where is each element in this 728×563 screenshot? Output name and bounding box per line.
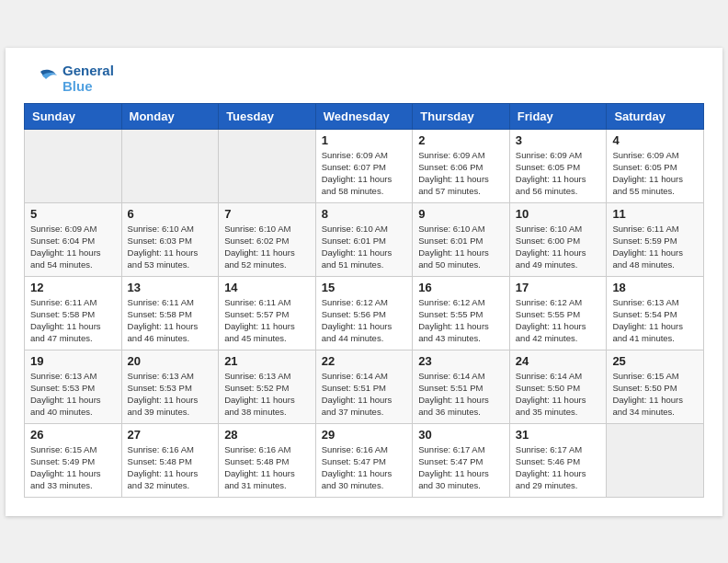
day-number: 5 [30,207,116,221]
calendar-cell: 9Sunrise: 6:10 AM Sunset: 6:01 PM Daylig… [413,202,510,276]
weekday-saturday: Saturday [607,103,704,129]
week-row-4: 19Sunrise: 6:13 AM Sunset: 5:53 PM Dayli… [25,350,704,423]
day-number: 13 [128,281,213,294]
day-number: 4 [612,133,698,147]
calendar-table: SundayMondayTuesdayWednesdayThursdayFrid… [24,103,704,498]
weekday-thursday: Thursday [413,103,510,129]
calendar-cell: 29Sunrise: 6:16 AM Sunset: 5:47 PM Dayli… [315,423,413,497]
calendar-cell [607,423,704,497]
day-number: 26 [30,428,116,442]
day-info: Sunrise: 6:10 AM Sunset: 6:01 PM Dayligh… [418,223,504,271]
day-number: 15 [322,281,407,294]
calendar-cell: 6Sunrise: 6:10 AM Sunset: 6:03 PM Daylig… [121,202,219,276]
day-number: 19 [30,354,116,368]
calendar-cell: 1Sunrise: 6:09 AM Sunset: 6:07 PM Daylig… [315,129,413,202]
day-number: 16 [418,281,504,294]
calendar-cell: 4Sunrise: 6:09 AM Sunset: 6:05 PM Daylig… [607,129,704,202]
day-number: 7 [224,207,310,221]
calendar-cell [219,129,316,202]
day-number: 21 [224,354,310,368]
day-info: Sunrise: 6:12 AM Sunset: 5:55 PM Dayligh… [516,296,601,345]
calendar-cell: 22Sunrise: 6:14 AM Sunset: 5:51 PM Dayli… [315,350,413,423]
day-number: 9 [418,207,504,221]
calendar-cell: 7Sunrise: 6:10 AM Sunset: 6:02 PM Daylig… [219,202,316,276]
calendar-cell: 23Sunrise: 6:14 AM Sunset: 5:51 PM Dayli… [413,350,510,423]
day-info: Sunrise: 6:13 AM Sunset: 5:52 PM Dayligh… [224,370,310,419]
calendar-cell: 25Sunrise: 6:15 AM Sunset: 5:50 PM Dayli… [607,350,704,423]
day-number: 31 [516,428,601,442]
calendar-cell: 19Sunrise: 6:13 AM Sunset: 5:53 PM Dayli… [25,350,122,423]
week-row-1: 1Sunrise: 6:09 AM Sunset: 6:07 PM Daylig… [25,129,704,202]
day-info: Sunrise: 6:15 AM Sunset: 5:49 PM Dayligh… [30,443,116,492]
day-info: Sunrise: 6:13 AM Sunset: 5:54 PM Dayligh… [612,296,698,345]
weekday-friday: Friday [509,103,607,129]
day-number: 12 [30,281,116,294]
day-info: Sunrise: 6:09 AM Sunset: 6:07 PM Dayligh… [322,149,407,198]
calendar-cell: 12Sunrise: 6:11 AM Sunset: 5:58 PM Dayli… [25,276,122,350]
day-number: 28 [224,428,310,442]
day-info: Sunrise: 6:13 AM Sunset: 5:53 PM Dayligh… [128,370,213,419]
day-number: 30 [418,428,504,442]
day-info: Sunrise: 6:11 AM Sunset: 5:59 PM Dayligh… [612,223,698,271]
logo-bird-icon [24,63,57,96]
calendar-cell: 2Sunrise: 6:09 AM Sunset: 6:06 PM Daylig… [413,129,510,202]
day-info: Sunrise: 6:11 AM Sunset: 5:58 PM Dayligh… [128,296,213,345]
day-info: Sunrise: 6:09 AM Sunset: 6:06 PM Dayligh… [418,149,504,198]
logo-blue: Blue [63,79,114,95]
day-info: Sunrise: 6:10 AM Sunset: 6:00 PM Dayligh… [516,223,601,271]
day-info: Sunrise: 6:16 AM Sunset: 5:48 PM Dayligh… [128,443,213,492]
day-number: 6 [128,207,213,221]
day-info: Sunrise: 6:14 AM Sunset: 5:50 PM Dayligh… [516,370,601,419]
day-info: Sunrise: 6:15 AM Sunset: 5:50 PM Dayligh… [612,370,698,419]
weekday-sunday: Sunday [25,103,122,129]
calendar-cell: 27Sunrise: 6:16 AM Sunset: 5:48 PM Dayli… [121,423,219,497]
day-info: Sunrise: 6:17 AM Sunset: 5:46 PM Dayligh… [516,443,601,492]
calendar-cell: 10Sunrise: 6:10 AM Sunset: 6:00 PM Dayli… [509,202,607,276]
day-info: Sunrise: 6:10 AM Sunset: 6:01 PM Dayligh… [322,223,407,271]
calendar-cell: 28Sunrise: 6:16 AM Sunset: 5:48 PM Dayli… [219,423,316,497]
calendar-cell: 26Sunrise: 6:15 AM Sunset: 5:49 PM Dayli… [25,423,122,497]
day-number: 2 [418,133,504,147]
calendar-cell: 5Sunrise: 6:09 AM Sunset: 6:04 PM Daylig… [25,202,122,276]
calendar-cell [121,129,219,202]
calendar-cell: 30Sunrise: 6:17 AM Sunset: 5:47 PM Dayli… [413,423,510,497]
calendar-cell: 16Sunrise: 6:12 AM Sunset: 5:55 PM Dayli… [413,276,510,350]
header: General Blue [24,63,704,96]
day-info: Sunrise: 6:14 AM Sunset: 5:51 PM Dayligh… [418,370,504,419]
day-number: 17 [516,281,601,294]
calendar-cell [25,129,122,202]
day-number: 29 [322,428,407,442]
calendar-cell: 3Sunrise: 6:09 AM Sunset: 6:05 PM Daylig… [509,129,607,202]
day-number: 23 [418,354,504,368]
calendar-container: General Blue SundayMondayTuesdayWednesda… [6,48,722,516]
day-info: Sunrise: 6:09 AM Sunset: 6:05 PM Dayligh… [612,149,698,198]
day-info: Sunrise: 6:09 AM Sunset: 6:04 PM Dayligh… [30,223,116,271]
calendar-cell: 11Sunrise: 6:11 AM Sunset: 5:59 PM Dayli… [607,202,704,276]
day-info: Sunrise: 6:13 AM Sunset: 5:53 PM Dayligh… [30,370,116,419]
day-number: 25 [612,354,698,368]
week-row-3: 12Sunrise: 6:11 AM Sunset: 5:58 PM Dayli… [25,276,704,350]
day-number: 22 [322,354,407,368]
day-info: Sunrise: 6:09 AM Sunset: 6:05 PM Dayligh… [516,149,601,198]
day-info: Sunrise: 6:16 AM Sunset: 5:47 PM Dayligh… [322,443,407,492]
day-info: Sunrise: 6:16 AM Sunset: 5:48 PM Dayligh… [224,443,310,492]
week-row-2: 5Sunrise: 6:09 AM Sunset: 6:04 PM Daylig… [25,202,704,276]
day-info: Sunrise: 6:12 AM Sunset: 5:55 PM Dayligh… [418,296,504,345]
day-number: 18 [612,281,698,294]
day-number: 1 [322,133,407,147]
day-number: 10 [516,207,601,221]
calendar-cell: 31Sunrise: 6:17 AM Sunset: 5:46 PM Dayli… [509,423,607,497]
day-number: 14 [224,281,310,294]
calendar-cell: 14Sunrise: 6:11 AM Sunset: 5:57 PM Dayli… [219,276,316,350]
calendar-cell: 8Sunrise: 6:10 AM Sunset: 6:01 PM Daylig… [315,202,413,276]
day-number: 27 [128,428,213,442]
day-info: Sunrise: 6:11 AM Sunset: 5:58 PM Dayligh… [30,296,116,345]
day-info: Sunrise: 6:17 AM Sunset: 5:47 PM Dayligh… [418,443,504,492]
logo-general: General [63,63,114,79]
day-number: 24 [516,354,601,368]
day-info: Sunrise: 6:10 AM Sunset: 6:02 PM Dayligh… [224,223,310,271]
day-number: 20 [128,354,213,368]
day-info: Sunrise: 6:12 AM Sunset: 5:56 PM Dayligh… [322,296,407,345]
logo: General Blue [24,63,114,96]
calendar-cell: 20Sunrise: 6:13 AM Sunset: 5:53 PM Dayli… [121,350,219,423]
